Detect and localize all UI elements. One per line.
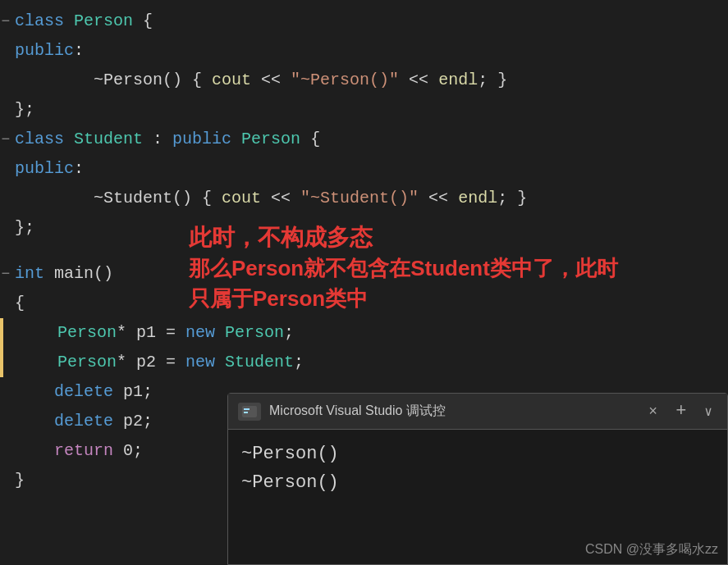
terminal-chevron-button[interactable]: ∨ — [699, 402, 717, 421]
code-line-5: − class Student : public Person { — [0, 125, 728, 154]
annotation-line-1: 此时，不构成多态 — [189, 221, 618, 253]
terminal-icon — [238, 403, 261, 421]
svg-rect-2 — [244, 412, 248, 413]
terminal-add-button[interactable]: + — [671, 399, 691, 423]
terminal-close-button[interactable]: × — [643, 402, 662, 421]
code-text-16: delete p2; — [11, 407, 153, 436]
code-text-5: class Student : public Person { — [11, 125, 320, 154]
line-marker-1: − — [0, 14, 11, 29]
code-line-4: }; — [0, 95, 728, 125]
code-line-2: public: — [0, 36, 728, 66]
terminal-window: Microsoft Visual Studio 调试控 × + ∨ ~Perso… — [227, 393, 728, 565]
code-text-15: delete p1; — [11, 377, 153, 407]
code-text-18: } — [11, 466, 25, 495]
terminal-output-line-1: ~Person() — [241, 440, 714, 468]
code-text-4: }; — [11, 95, 34, 125]
svg-rect-1 — [244, 408, 250, 410]
code-line-13: Person* p1 = new Person; — [0, 318, 728, 348]
code-line-7: ~Student() { cout << "~Student()" << end… — [0, 184, 728, 213]
code-text-6: public: — [11, 154, 84, 184]
line-marker-11: − — [0, 267, 11, 281]
annotation-line-2: 那么Person就不包含在Student类中了，此时 — [189, 253, 618, 283]
code-text-7: ~Student() { cout << "~Student()" << end… — [11, 184, 527, 213]
csdn-watermark: CSDN @没事多喝水zz — [585, 541, 718, 558]
terminal-titlebar: Microsoft Visual Studio 调试控 × + ∨ — [228, 394, 727, 430]
annotation-line-3: 只属于Person类中 — [189, 284, 618, 313]
code-text-3: ~Person() { cout << "~Person()" << endl;… — [11, 66, 507, 95]
code-text-8: }; — [11, 213, 34, 243]
code-line-6: public: — [0, 154, 728, 184]
code-text-14: Person* p2 = new Student; — [15, 348, 304, 377]
code-text-2: public: — [11, 36, 84, 66]
annotation-overlay: 此时，不构成多态 那么Person就不包含在Student类中了，此时 只属于P… — [189, 221, 618, 313]
code-text-13: Person* p1 = new Person; — [15, 318, 294, 348]
code-line-14: Person* p2 = new Student; — [0, 348, 728, 377]
code-text-12: { — [11, 289, 25, 318]
code-line-3: ~Person() { cout << "~Person()" << endl;… — [0, 66, 728, 95]
terminal-output-line-2: ~Person() — [241, 468, 714, 497]
terminal-body: ~Person() ~Person() — [228, 430, 727, 507]
terminal-title: Microsoft Visual Studio 调试控 — [269, 403, 635, 420]
line-marker-5: − — [0, 132, 11, 147]
code-editor: − class Person { public: ~Person() { cou… — [0, 0, 728, 565]
code-text-11: int main() — [11, 259, 113, 289]
code-text-17: return 0; — [11, 436, 143, 466]
code-text-1: class Person { — [11, 7, 153, 36]
code-line-1: − class Person { — [0, 7, 728, 36]
